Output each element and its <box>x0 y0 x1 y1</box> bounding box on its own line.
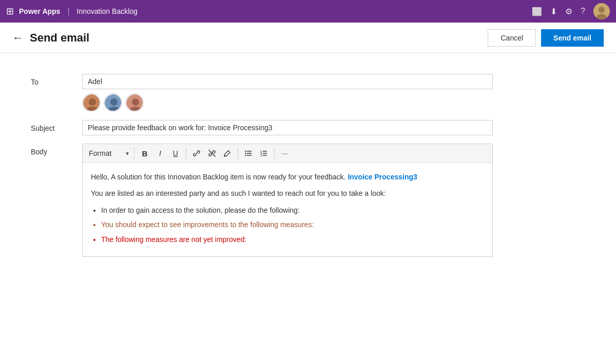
recipient-avatar-2 <box>104 93 122 112</box>
svg-point-14 <box>245 153 246 154</box>
toolbar-separator-1 <box>186 148 186 158</box>
bullet-list-button[interactable] <box>241 146 256 160</box>
body-editor[interactable]: Hello, A solution for this Innovation Ba… <box>83 163 492 256</box>
recipient-avatar-3 <box>125 93 144 112</box>
svg-point-4 <box>89 98 96 106</box>
subject-input[interactable] <box>82 120 493 135</box>
numbered-list-button[interactable]: 1. 2. 3. <box>257 146 271 160</box>
body-label: Body <box>31 144 82 156</box>
highlight-button[interactable] <box>220 146 235 160</box>
topbar-left: ⊞ Power Apps | Innovation Backlog <box>6 6 138 17</box>
svg-point-1 <box>599 7 605 13</box>
unlink-button[interactable] <box>205 146 219 160</box>
screen-icon[interactable]: ⬜ <box>532 7 542 16</box>
body-bullet-1: In order to gain access to the solution,… <box>101 205 484 216</box>
body-bullet-list: In order to gain access to the solution,… <box>101 205 484 245</box>
send-email-button[interactable]: Send email <box>541 29 604 47</box>
to-row: To <box>31 74 585 112</box>
help-icon[interactable]: ? <box>581 7 585 16</box>
svg-point-7 <box>110 98 118 106</box>
record-name: Innovation Backlog <box>77 7 138 15</box>
waffle-icon[interactable]: ⊞ <box>6 6 14 17</box>
svg-point-16 <box>245 155 246 156</box>
recipient-avatar-1 <box>82 93 101 112</box>
body-field-container: Format Heading 1 Heading 2 Normal ▼ B I … <box>82 144 493 257</box>
subject-row: Subject <box>31 120 585 135</box>
italic-button[interactable]: I <box>153 146 167 160</box>
format-dropdown-arrow: ▼ <box>125 151 130 156</box>
topbar-right: ⬜ ⬇ ⚙ ? <box>532 3 610 19</box>
body-text-party: You are listed as an interested party an… <box>91 189 386 197</box>
to-field-container <box>82 74 493 112</box>
body-paragraph-1: Hello, A solution for this Innovation Ba… <box>91 171 484 183</box>
cancel-button[interactable]: Cancel <box>488 29 536 47</box>
body-row: Body Format Heading 1 Heading 2 Normal ▼… <box>31 144 585 257</box>
body-link-invoice[interactable]: Invoice Processing3 <box>348 173 417 181</box>
format-select[interactable]: Format Heading 1 Heading 2 Normal <box>87 147 124 159</box>
app-name: Power Apps <box>19 7 60 15</box>
body-paragraph-2: You are listed as an interested party an… <box>91 188 484 199</box>
toolbar-separator-3 <box>274 148 275 158</box>
subject-field-container <box>82 120 493 135</box>
page-header-left: ← Send email <box>12 31 89 45</box>
main-content: To <box>0 53 616 364</box>
toolbar-separator-2 <box>238 148 238 158</box>
svg-point-10 <box>132 98 139 106</box>
bold-button[interactable]: B <box>138 146 152 160</box>
body-editor-container: Format Heading 1 Heading 2 Normal ▼ B I … <box>82 144 493 257</box>
format-dropdown-wrapper[interactable]: Format Heading 1 Heading 2 Normal ▼ <box>87 147 134 159</box>
page-title: Send email <box>30 31 89 45</box>
body-toolbar: Format Heading 1 Heading 2 Normal ▼ B I … <box>83 144 492 163</box>
underline-button[interactable]: U <box>168 146 183 160</box>
topbar-separator: | <box>67 7 69 16</box>
more-options-button[interactable]: ··· <box>278 146 292 160</box>
svg-text:3.: 3. <box>260 154 263 157</box>
recipients-list <box>82 93 493 112</box>
settings-icon[interactable]: ⚙ <box>565 7 572 16</box>
to-input[interactable] <box>82 74 493 89</box>
user-avatar[interactable] <box>593 3 610 19</box>
body-bullet-3: The following measures are not yet impro… <box>101 234 484 245</box>
subject-label: Subject <box>31 120 82 132</box>
to-label: To <box>31 74 82 86</box>
body-bullet-2: You should expect to see improvements to… <box>101 219 484 230</box>
page-header: ← Send email Cancel Send email <box>0 23 616 53</box>
link-button[interactable] <box>189 146 204 160</box>
body-text-intro: Hello, A solution for this Innovation Ba… <box>91 173 348 181</box>
svg-point-12 <box>245 151 246 152</box>
download-icon[interactable]: ⬇ <box>550 7 557 16</box>
topbar: ⊞ Power Apps | Innovation Backlog ⬜ ⬇ ⚙ … <box>0 0 616 23</box>
back-button[interactable]: ← <box>12 31 24 45</box>
page-header-right: Cancel Send email <box>488 29 604 47</box>
